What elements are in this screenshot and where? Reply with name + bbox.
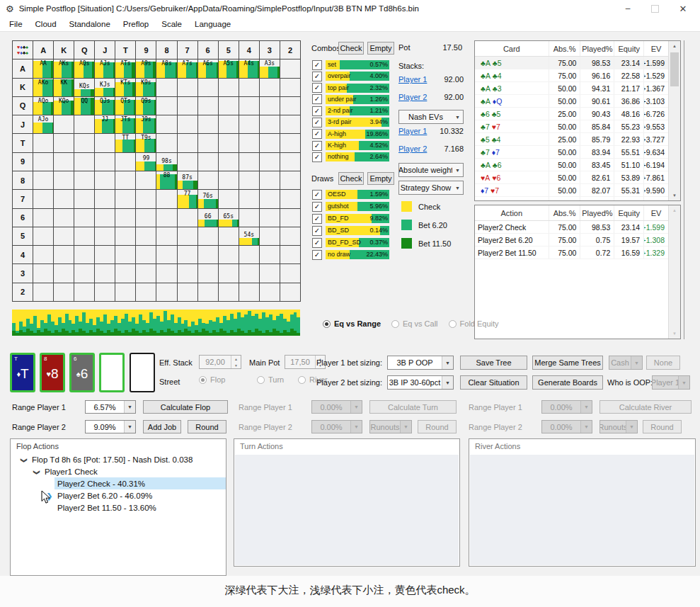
matrix-cell[interactable] — [136, 171, 156, 190]
matrix-cell[interactable]: A9s — [136, 59, 156, 78]
matrix-cell[interactable] — [178, 97, 198, 115]
matrix-cell[interactable]: 88 — [156, 171, 177, 190]
matrix-cell[interactable] — [260, 79, 280, 97]
matrix-cell[interactable] — [239, 264, 260, 283]
table-header-cell[interactable]: Abs.% — [549, 41, 580, 56]
maximize-button[interactable] — [643, 0, 667, 17]
merge-trees-button[interactable]: Merge Same Trees — [532, 356, 603, 370]
matrix-cell[interactable]: Q9s — [136, 97, 156, 115]
draw-checkbox[interactable]: ✓ — [312, 214, 322, 224]
matrix-cell[interactable] — [280, 264, 301, 283]
matrix-cell[interactable]: JJ — [95, 115, 115, 134]
matrix-cell[interactable] — [156, 190, 177, 208]
matrix-cell[interactable] — [95, 246, 115, 264]
weight-dropdown[interactable]: Absolute weight ▼ — [398, 163, 464, 177]
combo-checkbox[interactable]: ✓ — [312, 141, 322, 151]
matrix-cell[interactable] — [115, 264, 136, 283]
matrix-cell[interactable] — [156, 79, 177, 97]
matrix-cell[interactable] — [54, 227, 74, 246]
matrix-cell[interactable] — [219, 115, 239, 134]
matrix-cell[interactable] — [33, 153, 54, 171]
matrix-cell[interactable] — [74, 115, 95, 134]
draw-checkbox[interactable]: ✓ — [312, 190, 322, 200]
matrix-cell[interactable] — [178, 115, 198, 134]
table-header-cell[interactable]: Card — [475, 41, 549, 56]
matrix-cell[interactable] — [178, 153, 198, 171]
matrix-cell[interactable] — [280, 59, 301, 78]
matrix-cell[interactable] — [115, 171, 136, 190]
table-row[interactable]: ♥6 ♥525.0081.7250.70+7.918 — [475, 197, 668, 200]
matrix-cell[interactable] — [74, 153, 95, 171]
matrix-cell[interactable]: JTs — [115, 115, 136, 134]
matrix-cell[interactable] — [280, 209, 301, 227]
matrix-cell[interactable]: J9s — [136, 115, 156, 134]
matrix-cell[interactable] — [156, 246, 177, 264]
eq-radio-eq-vs-range[interactable]: Eq vs Range — [323, 319, 381, 328]
matrix-cell[interactable] — [280, 115, 301, 134]
matrix-cell[interactable]: QQ — [74, 97, 95, 115]
matrix-cell[interactable] — [239, 97, 260, 115]
matrix-cell[interactable] — [156, 209, 177, 227]
matrix-cell[interactable] — [156, 115, 177, 134]
calculate-flop-button[interactable]: Calculate Flop — [143, 400, 228, 414]
matrix-cell[interactable] — [198, 115, 219, 134]
matrix-cell[interactable]: AKs — [54, 59, 74, 78]
matrix-cell[interactable]: 77 — [178, 190, 198, 208]
matrix-cell[interactable]: T9s — [136, 134, 156, 152]
draw-checkbox[interactable]: ✓ — [312, 226, 322, 236]
matrix-cell[interactable] — [54, 153, 74, 171]
draws-check-button[interactable]: Check — [338, 172, 364, 185]
table-row[interactable]: ♣A ♦Q50.0090.6136.86+3.103 — [475, 95, 668, 108]
matrix-cell[interactable] — [74, 209, 95, 227]
combo-checkbox[interactable]: ✓ — [312, 118, 322, 127]
matrix-cell[interactable] — [280, 227, 301, 246]
combo-checkbox[interactable]: ✓ — [312, 72, 322, 81]
matrix-cell[interactable]: 98s — [156, 153, 177, 171]
board-card-T♦[interactable]: T♦T — [10, 353, 35, 392]
flop-range-p2-dropdown[interactable]: 9.09% ▼ — [85, 420, 136, 433]
matrix-cell[interactable]: KJs — [95, 79, 115, 97]
matrix-cell[interactable] — [54, 134, 74, 152]
combos-empty-button[interactable]: Empty — [367, 42, 394, 55]
matrix-cell[interactable] — [95, 209, 115, 227]
matrix-cell[interactable] — [95, 227, 115, 246]
draw-checkbox[interactable]: ✓ — [312, 250, 322, 260]
matrix-cell[interactable] — [54, 246, 74, 264]
matrix-cell[interactable] — [54, 115, 74, 134]
save-tree-button[interactable]: Save Tree — [460, 356, 527, 370]
matrix-cell[interactable] — [156, 97, 177, 115]
ev-mode-dropdown[interactable]: Nash EVs ▼ — [398, 110, 464, 124]
table-row[interactable]: ♣7 ♥750.0085.8455.23+9.553 — [475, 120, 668, 133]
table-row[interactable]: ♣6 ♣525.0090.4348.16+6.726 — [475, 108, 668, 120]
matrix-cell[interactable] — [280, 283, 301, 302]
scroll-down-icon[interactable]: ▼ — [669, 191, 680, 200]
matrix-cell[interactable] — [198, 264, 219, 283]
table-header-cell[interactable]: Abs.% — [549, 205, 580, 220]
matrix-cell[interactable] — [260, 134, 280, 152]
matrix-cell[interactable]: KQo — [54, 97, 74, 115]
minimize-button[interactable]: – — [616, 0, 640, 17]
matrix-cell[interactable] — [95, 134, 115, 152]
matrix-cell[interactable] — [156, 227, 177, 246]
matrix-cell[interactable]: A5s — [219, 59, 239, 78]
matrix-cell[interactable] — [136, 264, 156, 283]
matrix-cell[interactable] — [239, 79, 260, 97]
matrix-cell[interactable] — [260, 190, 280, 208]
matrix-cell[interactable] — [95, 264, 115, 283]
table-row[interactable]: ♣A ♣350.0094.3121.17+1.367 — [475, 82, 668, 95]
matrix-cell[interactable] — [33, 171, 54, 190]
matrix-cell[interactable]: KK — [54, 79, 74, 97]
matrix-cell[interactable]: 99 — [136, 153, 156, 171]
matrix-cell[interactable] — [74, 246, 95, 264]
matrix-cell[interactable] — [54, 264, 74, 283]
matrix-cell[interactable] — [260, 246, 280, 264]
combo-checkbox[interactable]: ✓ — [312, 60, 322, 70]
scroll-thumb[interactable] — [670, 52, 679, 86]
matrix-cell[interactable] — [74, 190, 95, 208]
matrix-cell[interactable]: A3s — [260, 59, 280, 78]
matrix-cell[interactable]: AKo — [33, 79, 54, 97]
table-header-cell[interactable]: EV — [643, 41, 668, 56]
matrix-cell[interactable] — [260, 153, 280, 171]
matrix-cell[interactable]: ATs — [115, 59, 136, 78]
tree-item[interactable]: ❯Flop Td 8h 6s [Pot: 17.50] - Nash Dist.… — [11, 453, 226, 465]
